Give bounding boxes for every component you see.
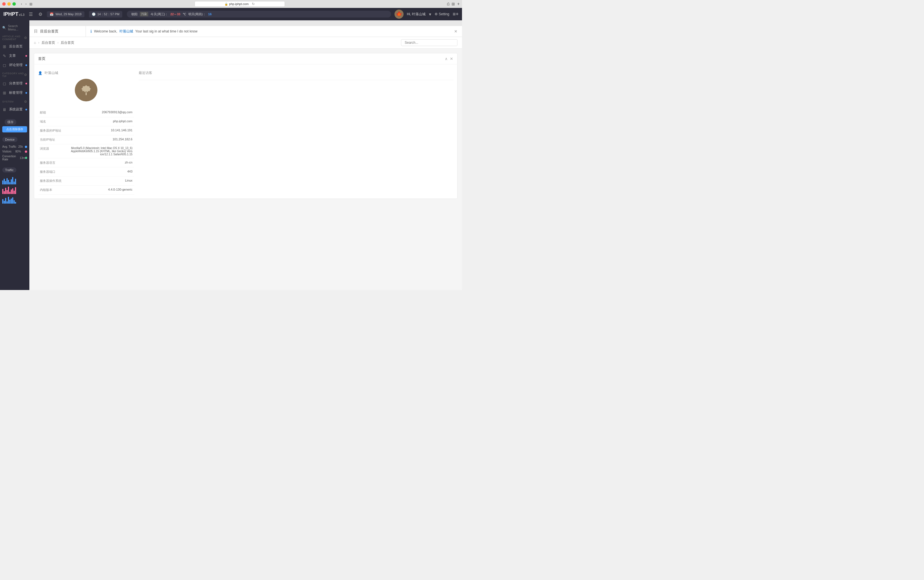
window-chrome-band bbox=[30, 20, 462, 26]
table-row: 服务器的IP地址 10.141.146.191 bbox=[38, 126, 134, 135]
notif-text-before: Welcome back, bbox=[94, 30, 117, 33]
close-btn[interactable] bbox=[2, 2, 6, 6]
device-section: Device Avg. Traffic 25k Visitors 80% Con… bbox=[0, 134, 30, 165]
value-current-ip: 101.254.182.6 bbox=[69, 135, 134, 144]
add-button-header[interactable]: ≡+ bbox=[453, 11, 459, 17]
cbar-4 bbox=[7, 201, 8, 204]
sidebar-search[interactable]: 🔍 Search Menu... bbox=[0, 23, 30, 33]
widget-collapse-button[interactable]: ∧ bbox=[445, 56, 448, 61]
notif-info-icon: ℹ bbox=[91, 29, 92, 34]
vbar-8 bbox=[12, 188, 13, 194]
section-system-label: SYSTEM bbox=[2, 100, 13, 103]
sidebar: 🔍 Search Menu... ARTICLE AND COMMENT ⚙ ⊞… bbox=[0, 20, 30, 290]
system-dot bbox=[25, 109, 27, 110]
category-label: 分类管理 bbox=[9, 81, 23, 86]
notif-close-button[interactable]: ✕ bbox=[454, 29, 458, 34]
cache-button[interactable]: 缓存 bbox=[5, 119, 16, 125]
url-bar[interactable]: 🔒 php.iphpt.com ↻ bbox=[194, 1, 285, 7]
traffic-charts bbox=[0, 174, 30, 206]
label-server-lang: 服务器语言 bbox=[38, 158, 69, 168]
value-server-lang: zh-cn bbox=[69, 158, 134, 168]
forward-button[interactable]: › bbox=[24, 2, 28, 7]
menu-toggle-button[interactable]: ☰ bbox=[28, 10, 34, 18]
label-server-ip: 服务器的IP地址 bbox=[38, 126, 69, 135]
logo-text: IPHPT bbox=[3, 11, 18, 17]
bar-3 bbox=[5, 181, 6, 185]
category-dot bbox=[25, 83, 27, 84]
value-browser: Mozilla/5.0 (Macintosh; Intel Mac OS X 1… bbox=[69, 144, 134, 158]
traffic-button[interactable]: Traffic bbox=[2, 168, 16, 173]
back-button[interactable]: ‹ bbox=[20, 2, 23, 7]
search-icon-sidebar: 🔍 bbox=[2, 26, 6, 30]
widget-header: 首页 ∧ ✕ bbox=[34, 53, 457, 64]
info-table: 邮箱 2067930913@qq.com 域名 php.iphpt.com 服务… bbox=[38, 108, 134, 194]
breadcrumb-home-icon[interactable]: ⌂ bbox=[34, 41, 36, 44]
label-email: 邮箱 bbox=[38, 108, 69, 117]
page-title-icon: 目 bbox=[34, 29, 38, 34]
sidebar-item-comment[interactable]: ◻ 评论管理 bbox=[0, 61, 30, 70]
breadcrumb-item-2[interactable]: 后台首页 bbox=[61, 40, 74, 45]
category-section-gear-icon[interactable]: ⚙ bbox=[24, 73, 27, 77]
reload-icon[interactable]: ↻ bbox=[252, 2, 255, 6]
widget-close-button[interactable]: ✕ bbox=[450, 56, 453, 61]
table-row: 服务器端口 443 bbox=[38, 168, 134, 176]
page-title-text: 目后台首页 bbox=[40, 29, 58, 34]
user-dropdown-icon[interactable]: ▾ bbox=[429, 12, 431, 17]
sidebar-item-article[interactable]: ✎ 文章 bbox=[0, 51, 30, 61]
bar-6 bbox=[9, 182, 10, 185]
share-button[interactable]: ⎙ bbox=[447, 2, 449, 6]
maximize-btn[interactable] bbox=[12, 2, 16, 6]
header-right: 🍁 Hi, 叶落山城 ▾ ⚙ Setting ≡+ bbox=[395, 10, 459, 19]
setting-link[interactable]: ⚙ Setting bbox=[435, 12, 449, 16]
tomorrow-label: 明天(周四)： bbox=[188, 12, 206, 16]
settings-icon-button[interactable]: ⚙ bbox=[37, 10, 43, 18]
app-logo: IPHPT v1.3 bbox=[3, 11, 24, 17]
cbar-7 bbox=[11, 198, 12, 204]
article-section-gear-icon[interactable]: ⚙ bbox=[24, 36, 27, 40]
table-row: 浏览器 Mozilla/5.0 (Macintosh; Intel Mac OS… bbox=[38, 144, 134, 158]
sidebar-item-system[interactable]: 🖥 系统设置 bbox=[0, 105, 30, 114]
cbar-3 bbox=[5, 198, 6, 204]
label-domain: 域名 bbox=[38, 117, 69, 126]
article-dot bbox=[25, 55, 27, 57]
table-row: 邮箱 2067930913@qq.com bbox=[38, 108, 134, 117]
system-section-gear-icon[interactable]: ⚙ bbox=[24, 100, 27, 104]
comment-icon: ◻ bbox=[2, 63, 7, 68]
table-row: 服务器操作系统 Linux bbox=[38, 176, 134, 186]
vbar-10 bbox=[15, 187, 16, 194]
clear-cache-button[interactable]: 点击清除缓存 bbox=[2, 126, 27, 132]
widget-card-main: 首页 ∧ ✕ 👤 叶落山城 bbox=[34, 53, 458, 199]
temp-unit: ℃ bbox=[183, 12, 186, 16]
dashboard-icon: ⊞ bbox=[2, 44, 7, 49]
device-stats: Avg. Traffic 25k Visitors 80% Convertion… bbox=[0, 143, 30, 163]
app-header: IPHPT v1.3 ☰ ⚙ 📅 Wed, 29 May 2019 🕐 14：5… bbox=[0, 8, 462, 20]
stat-dot-traffic bbox=[25, 146, 27, 148]
user-person-icon: 👤 bbox=[38, 71, 42, 75]
sidebar-item-dashboard[interactable]: ⊞ 后台首页 bbox=[0, 42, 30, 51]
device-button[interactable]: Device bbox=[2, 137, 18, 142]
stat-row-traffic: Avg. Traffic 25k bbox=[2, 144, 27, 149]
date-box: 📅 Wed, 29 May 2019 bbox=[47, 11, 84, 17]
breadcrumb-search-input[interactable] bbox=[401, 39, 458, 46]
value-domain: php.iphpt.com bbox=[69, 117, 134, 126]
section-category-label: CATEGORY AND TIP bbox=[2, 72, 24, 77]
stat-value-conversion: 13m bbox=[20, 157, 25, 160]
minimize-btn[interactable] bbox=[7, 2, 11, 6]
grid-button[interactable]: ⊞ bbox=[451, 2, 455, 6]
stat-label-conversion: Convertion Rate bbox=[2, 155, 20, 161]
recent-visitors-title: 最近访客 bbox=[138, 68, 453, 77]
visitor-divider bbox=[138, 80, 453, 80]
traffic-chart-visitors bbox=[2, 186, 27, 194]
stat-label-visitors: Visitors bbox=[2, 150, 12, 153]
sidebar-item-tags[interactable]: ⊞ 标签管理 bbox=[0, 88, 30, 97]
stat-label-traffic: Avg. Traffic bbox=[2, 145, 16, 148]
table-row: 内核版本 4.4.0-130-generic bbox=[38, 186, 134, 194]
user-greeting[interactable]: Hi, 叶落山城 bbox=[407, 12, 426, 16]
sidebar-item-category[interactable]: ◻ 分类管理 bbox=[0, 79, 30, 88]
vbar-4 bbox=[7, 190, 8, 194]
cbar-1 bbox=[2, 199, 3, 204]
tags-icon: ⊞ bbox=[2, 91, 7, 95]
breadcrumb-item-1[interactable]: 后台首页 bbox=[41, 40, 55, 45]
new-tab-button[interactable]: + bbox=[457, 2, 460, 7]
sidebar-toggle-titlebar[interactable]: ⊞ bbox=[30, 2, 33, 6]
